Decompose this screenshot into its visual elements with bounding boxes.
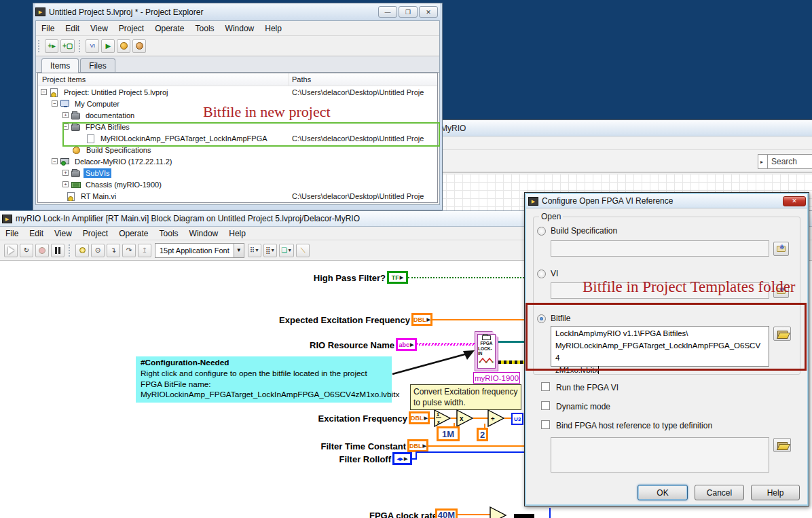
project-explorer-titlebar[interactable]: ▶ Untitled Project 5.lvproj * - Project … [35, 3, 440, 20]
collapse-icon[interactable]: − [52, 158, 58, 164]
step-into-icon[interactable]: ↴ [107, 244, 120, 257]
tree-item-label: Project: Untitled Project 5.lvproj [62, 88, 170, 97]
menu-edit[interactable]: Edit [24, 227, 49, 240]
search-dropdown-icon[interactable]: ▸ [758, 154, 767, 169]
menu-project[interactable]: Project [113, 22, 149, 35]
function-node[interactable] [490, 506, 507, 518]
checkbox-run-fpga-vi[interactable] [541, 382, 550, 391]
radio-build-specification[interactable] [537, 227, 546, 236]
new-vi-icon[interactable]: VI [86, 39, 99, 53]
menu-view[interactable]: View [49, 227, 77, 240]
expand-icon[interactable]: + [62, 170, 69, 176]
int-wire [549, 508, 551, 518]
configuration-note: #Configuration-Needed Right click and co… [136, 356, 392, 403]
cleanup-diagram-icon[interactable]: ⟍ [296, 244, 310, 257]
terminal-excitation-frequency[interactable]: DBL▶ [409, 411, 430, 424]
column-project-items[interactable]: Project Items [38, 73, 289, 86]
tree-row[interactable]: −Delacor-MyRIO (172.22.11.2) [38, 155, 437, 167]
dialog-titlebar[interactable]: ▶ Configure Open FPGA VI Reference ✕ [526, 194, 807, 208]
step-out-icon[interactable]: ↥ [138, 244, 151, 257]
reorder-icon[interactable]: ❏▼ [279, 244, 294, 257]
align-objects-icon[interactable]: ⠿▼ [248, 244, 261, 257]
deploy-ball-icon[interactable] [132, 39, 146, 53]
tree-row[interactable]: −Project: Untitled Project 5.lvproj C:\U… [38, 86, 437, 98]
distribute-objects-icon[interactable]: ⣿▼ [263, 244, 277, 257]
pause-icon[interactable] [51, 244, 64, 257]
collapse-icon[interactable]: − [52, 100, 58, 107]
minimize-button[interactable]: — [378, 6, 397, 18]
checkbox-bind-host-reference[interactable] [541, 420, 550, 429]
to-u32-node[interactable]: U3 [511, 413, 523, 425]
label-fpga-clock-rate: FPGA clock rate [369, 511, 434, 518]
expand-icon[interactable]: + [62, 112, 69, 118]
menu-tools[interactable]: Tools [154, 227, 184, 240]
menu-window[interactable]: Window [220, 22, 260, 35]
tab-items[interactable]: Items [41, 58, 79, 73]
retain-wire-values-icon[interactable]: ⊙ [91, 244, 105, 257]
tree-item-label: SubVIs [84, 168, 111, 178]
step-over-icon[interactable]: ↷ [122, 244, 136, 257]
browse-build-spec-button[interactable] [773, 242, 789, 256]
search-placeholder: Search [771, 157, 797, 166]
tree-row[interactable]: +Chassis (myRIO-1900) [38, 179, 437, 190]
menu-file[interactable]: File [36, 22, 60, 35]
build-specification-field[interactable] [551, 240, 769, 257]
menu-operate[interactable]: Operate [149, 22, 189, 35]
highlight-execution-icon[interactable] [75, 244, 89, 257]
terminal-high-pass-filter[interactable]: TF▶ [387, 271, 408, 284]
divide-node[interactable]: ÷ [487, 409, 505, 427]
ok-button[interactable]: OK [638, 485, 688, 500]
menu-help[interactable]: Help [223, 227, 251, 240]
tab-files[interactable]: Files [80, 58, 115, 72]
checkbox-dynamic-mode-label: Dynamic mode [556, 402, 610, 411]
help-button[interactable]: Help [751, 485, 800, 500]
menu-help[interactable]: Help [259, 22, 287, 35]
open-fpga-vi-reference-node[interactable]: FPGA LOCK-IN xxx [475, 331, 498, 371]
expand-icon[interactable]: + [62, 181, 69, 187]
tree-item-label: Delacor-MyRIO (172.22.11.2) [73, 157, 174, 166]
convert-frequency-note: Convert Excitation frequency to pulse wi… [410, 384, 521, 410]
add-item-icon[interactable]: +▸ [45, 39, 58, 53]
label-high-pass-filter: High Pass Filter? [292, 273, 386, 283]
menu-view[interactable]: View [85, 22, 113, 35]
close-icon[interactable]: ✕ [783, 196, 806, 206]
close-button[interactable]: ✕ [419, 6, 438, 18]
constant-1M[interactable]: 1M [437, 426, 460, 441]
checkbox-dynamic-mode[interactable] [541, 401, 550, 410]
multiply-node[interactable]: x [456, 409, 474, 427]
terminal-filter-rolloff[interactable]: ◀▶▶ [392, 452, 412, 465]
run-icon[interactable] [4, 244, 18, 257]
cancel-button[interactable]: Cancel [695, 485, 744, 500]
settings-ball-icon[interactable] [117, 39, 130, 53]
menu-tools[interactable]: Tools [190, 22, 220, 35]
toolbar-grip [69, 244, 71, 257]
constant-40M[interactable]: 40M [435, 508, 458, 518]
tree-row-selected[interactable]: +SubVIs [38, 167, 437, 179]
menu-window[interactable]: Window [184, 227, 224, 240]
collapse-icon[interactable]: − [41, 89, 47, 95]
constant-2[interactable]: 2 [477, 428, 488, 441]
menu-operate[interactable]: Operate [113, 227, 153, 240]
browse-type-definition-button[interactable] [773, 438, 791, 452]
menu-edit[interactable]: Edit [60, 22, 85, 35]
menu-project[interactable]: Project [77, 227, 113, 240]
terminal-filter-time-constant[interactable]: DBL▶ [407, 439, 428, 452]
run-continuously-icon[interactable]: ↻ [20, 244, 33, 257]
tree-row[interactable]: RT Main.vi C:\Users\delacor\Desktop\Unti… [38, 190, 437, 202]
annotation-arrow [391, 346, 475, 377]
add-folder-icon[interactable]: +▢ [60, 39, 75, 53]
font-selector-value: 15pt Application Font [155, 246, 234, 255]
restore-button[interactable]: ❐ [399, 6, 418, 18]
reciprocal-node[interactable]: 1 x [434, 409, 451, 427]
search-input[interactable]: Search [767, 154, 812, 169]
font-selector[interactable]: 15pt Application Font ▼ [155, 243, 244, 258]
abort-icon[interactable] [35, 244, 49, 257]
background-window-titlebar[interactable]: MyRIO [438, 120, 812, 136]
type-definition-field[interactable] [551, 437, 769, 473]
menu-file[interactable]: File [0, 227, 24, 240]
waveform-glyph-icon: xxx [479, 356, 495, 364]
terminal-expected-excitation-frequency[interactable]: DBL▶ [411, 313, 432, 326]
run-icon[interactable]: ▶ [101, 39, 115, 53]
radio-vi[interactable] [537, 270, 546, 278]
column-paths[interactable]: Paths [289, 73, 437, 86]
